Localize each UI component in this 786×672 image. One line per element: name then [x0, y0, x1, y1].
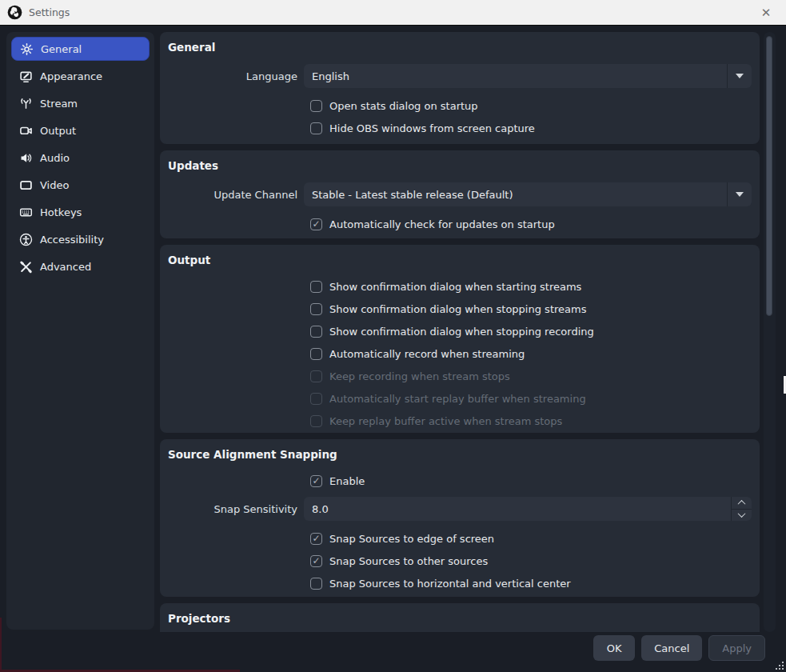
ok-button[interactable]: OK — [593, 635, 635, 661]
checkbox-icon — [310, 218, 322, 230]
section-title: Output — [168, 251, 752, 266]
obs-logo-icon — [7, 5, 22, 20]
checkbox-label: Keep recording when stream stops — [329, 370, 510, 382]
sidebar-item-video[interactable]: Video — [11, 173, 150, 197]
snap-sensitivity-spinner[interactable]: 8.0 — [304, 497, 752, 521]
close-icon[interactable]: ✕ — [752, 0, 780, 25]
spinner-buttons — [731, 497, 752, 521]
language-label: Language — [168, 70, 304, 82]
sidebar-item-label: General — [41, 43, 82, 55]
checkbox-auto-record-when-streaming[interactable]: Automatically record when streaming — [310, 346, 752, 362]
dropdown-button[interactable] — [727, 182, 752, 206]
checkbox-icon — [310, 100, 322, 112]
section-title: Projectors — [168, 610, 752, 625]
spinner-down-button[interactable] — [732, 510, 752, 522]
checkbox-icon — [310, 475, 322, 487]
settings-window: Settings ✕ General Appearance — [0, 0, 786, 672]
chevron-down-icon — [736, 192, 744, 197]
checkbox-label: Show confirmation dialog when stopping s… — [329, 303, 586, 315]
sidebar-item-label: Hotkeys — [40, 206, 82, 218]
checkbox-icon — [310, 415, 322, 427]
gear-icon — [20, 42, 34, 56]
snap-sensitivity-value: 8.0 — [304, 503, 731, 515]
sidebar-item-audio[interactable]: Audio — [11, 146, 150, 170]
checkbox-icon — [310, 393, 322, 405]
checkbox-label: Automatically check for updates on start… — [329, 218, 555, 230]
section-snapping: Source Alignment Snapping Enable Snap Se… — [160, 439, 760, 597]
checkbox-icon — [310, 281, 322, 293]
accessibility-icon — [19, 233, 33, 246]
checkbox-snap-center[interactable]: Snap Sources to horizontal and vertical … — [310, 575, 752, 591]
scrollbar[interactable] — [764, 32, 776, 632]
camera-icon — [19, 124, 33, 138]
sidebar-item-label: Appearance — [40, 70, 102, 82]
sidebar-item-label: Audio — [40, 152, 70, 164]
snap-sensitivity-label: Snap Sensitivity — [168, 503, 304, 515]
dropdown-button[interactable] — [727, 64, 752, 88]
appearance-icon — [19, 70, 33, 83]
sidebar-item-general[interactable]: General — [11, 37, 150, 61]
chevron-down-icon — [738, 510, 746, 518]
sidebar-item-advanced[interactable]: Advanced — [11, 254, 150, 278]
sidebar-item-label: Advanced — [40, 261, 91, 273]
checkbox-snapping-enable[interactable]: Enable — [310, 473, 752, 489]
checkbox-icon — [310, 555, 322, 567]
sidebar-item-accessibility[interactable]: Accessibility — [11, 227, 150, 251]
checkbox-confirm-start-stream[interactable]: Show confirmation dialog when starting s… — [310, 278, 752, 294]
scrollbar-thumb[interactable] — [766, 36, 772, 316]
update-channel-value: Stable - Latest stable release (Default) — [304, 189, 727, 201]
checkbox-keep-replay-buffer: Keep replay buffer active when stream st… — [310, 413, 752, 429]
checkbox-icon — [310, 578, 322, 590]
update-channel-label: Update Channel — [168, 189, 304, 201]
tools-icon — [19, 260, 33, 274]
checkbox-confirm-stop-recording[interactable]: Show confirmation dialog when stopping r… — [310, 323, 752, 339]
apply-button[interactable]: Apply — [708, 635, 765, 661]
checkbox-label: Keep replay buffer active when stream st… — [329, 415, 562, 427]
checkbox-auto-update-check[interactable]: Automatically check for updates on start… — [310, 216, 752, 232]
keyboard-icon — [19, 206, 33, 219]
checkbox-snap-edge[interactable]: Snap Sources to edge of screen — [310, 530, 752, 546]
spinner-up-button[interactable] — [732, 497, 752, 510]
sidebar-item-appearance[interactable]: Appearance — [11, 64, 150, 88]
section-updates: Updates Update Channel Stable - Latest s… — [160, 150, 760, 238]
sidebar-item-label: Stream — [40, 98, 78, 110]
checkbox-snap-other-sources[interactable]: Snap Sources to other sources — [310, 553, 752, 569]
sidebar-item-label: Video — [40, 179, 69, 191]
checkbox-keep-recording-on-stop: Keep recording when stream stops — [310, 368, 752, 384]
antenna-icon — [19, 97, 33, 110]
footer: OK Cancel Apply — [0, 635, 776, 661]
sidebar-item-stream[interactable]: Stream — [11, 91, 150, 115]
cancel-button[interactable]: Cancel — [641, 635, 702, 661]
section-title: Source Alignment Snapping — [168, 446, 752, 461]
checkbox-icon — [310, 122, 322, 134]
chevron-up-icon — [738, 500, 746, 508]
update-channel-select[interactable]: Stable - Latest stable release (Default) — [304, 182, 752, 206]
checkbox-icon — [310, 303, 322, 315]
titlebar: Settings ✕ — [0, 0, 786, 26]
language-select[interactable]: English — [304, 64, 752, 88]
checkbox-label: Show confirmation dialog when stopping r… — [329, 326, 594, 338]
settings-content: General Language English Open stats dial… — [160, 32, 760, 632]
checkbox-icon — [310, 370, 322, 382]
checkbox-hide-obs-windows[interactable]: Hide OBS windows from screen capture — [310, 120, 752, 136]
resize-grip-icon[interactable] — [774, 660, 784, 670]
section-title: Updates — [168, 157, 752, 172]
language-value: English — [304, 70, 727, 82]
checkbox-icon — [310, 326, 322, 338]
checkbox-label: Snap Sources to edge of screen — [329, 533, 494, 545]
checkbox-label: Automatically start replay buffer when s… — [329, 393, 586, 405]
checkbox-open-stats[interactable]: Open stats dialog on startup — [310, 98, 752, 114]
checkbox-confirm-stop-stream[interactable]: Show confirmation dialog when stopping s… — [310, 301, 752, 317]
speaker-icon — [19, 151, 33, 165]
sidebar-item-output[interactable]: Output — [11, 118, 150, 142]
checkbox-label: Automatically record when streaming — [329, 348, 525, 360]
checkbox-label: Hide OBS windows from screen capture — [329, 122, 535, 134]
checkbox-label: Snap Sources to horizontal and vertical … — [329, 578, 571, 590]
section-projectors: Projectors — [160, 603, 760, 632]
checkbox-label: Enable — [329, 475, 365, 487]
sidebar: General Appearance Stream — [6, 32, 154, 630]
checkbox-auto-replay-buffer: Automatically start replay buffer when s… — [310, 390, 752, 406]
window-title: Settings — [29, 6, 70, 18]
sidebar-item-hotkeys[interactable]: Hotkeys — [11, 200, 150, 224]
section-title: General — [168, 38, 752, 54]
